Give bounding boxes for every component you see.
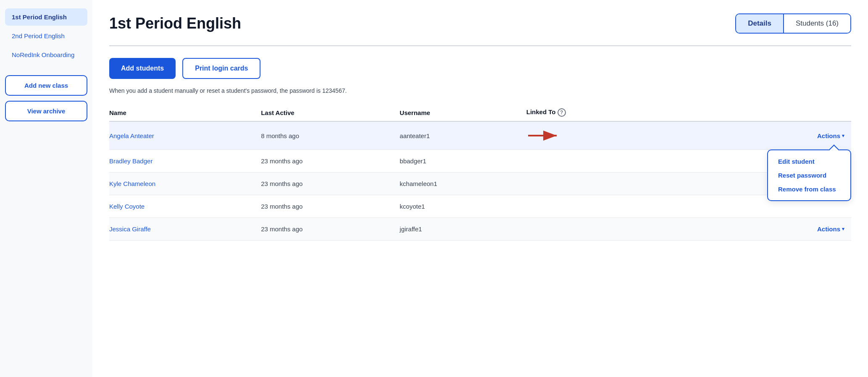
linked-to-cell	[526, 150, 659, 173]
sidebar-item-1st-period[interactable]: 1st Period English	[5, 8, 87, 26]
header-divider	[109, 45, 851, 46]
add-new-class-button[interactable]: Add new class	[5, 75, 87, 96]
chevron-down-icon: ▾	[842, 133, 844, 139]
sidebar-buttons: Add new class View archive	[5, 75, 87, 121]
add-students-button[interactable]: Add students	[109, 58, 176, 79]
table-row: Kelly Coyote 23 months ago kcoyote1	[109, 195, 851, 218]
col-username: Username	[400, 104, 526, 121]
student-name-link[interactable]: Angela Anteater	[109, 132, 154, 139]
col-last-active: Last Active	[261, 104, 400, 121]
student-name-cell: Kyle Chameleon	[109, 173, 261, 195]
actions-cell: Actions ▾ Edit student Reset password Re…	[659, 121, 851, 150]
view-archive-button[interactable]: View archive	[5, 101, 87, 121]
student-name-link[interactable]: Kelly Coyote	[109, 203, 145, 210]
actions-dropdown: Edit student Reset password Remove from …	[767, 149, 851, 201]
username-cell: kcoyote1	[400, 195, 526, 218]
actions-button-angela[interactable]: Actions ▾	[817, 132, 844, 139]
chevron-down-icon: ▾	[842, 226, 844, 232]
tab-details[interactable]: Details	[736, 14, 784, 33]
page-header: 1st Period English Details Students (16)	[109, 13, 851, 34]
student-name-cell: Bradley Badger	[109, 150, 261, 173]
actions-cell: Actions ▾	[659, 218, 851, 241]
table-header-row: Name Last Active Username Linked To ?	[109, 104, 851, 121]
student-name-cell: Jessica Giraffe	[109, 218, 261, 241]
last-active-cell: 23 months ago	[261, 150, 400, 173]
red-arrow-annotation	[526, 129, 560, 142]
tab-group: Details Students (16)	[735, 13, 851, 34]
table-row: Kyle Chameleon 23 months ago kchameleon1	[109, 173, 851, 195]
student-name-cell: Kelly Coyote	[109, 195, 261, 218]
sidebar-item-noredink[interactable]: NoRedInk Onboarding	[5, 46, 87, 63]
linked-to-cell	[526, 121, 659, 150]
main-content: 1st Period English Details Students (16)…	[92, 0, 868, 377]
tab-students[interactable]: Students (16)	[784, 14, 850, 33]
student-name-cell: Angela Anteater	[109, 121, 261, 150]
linked-to-cell	[526, 195, 659, 218]
linked-to-help-icon[interactable]: ?	[558, 108, 566, 117]
last-active-cell: 23 months ago	[261, 173, 400, 195]
col-actions	[659, 104, 851, 121]
students-table: Name Last Active Username Linked To ? An…	[109, 104, 851, 241]
linked-to-cell	[526, 173, 659, 195]
table-row: Angela Anteater 8 months ago aanteater1	[109, 121, 851, 150]
reset-password-button[interactable]: Reset password	[778, 171, 840, 180]
last-active-cell: 23 months ago	[261, 218, 400, 241]
sidebar: 1st Period English 2nd Period English No…	[0, 0, 92, 377]
info-text: When you add a student manually or reset…	[109, 87, 851, 94]
student-name-link[interactable]: Bradley Badger	[109, 157, 153, 165]
last-active-cell: 23 months ago	[261, 195, 400, 218]
username-cell: bbadger1	[400, 150, 526, 173]
table-row: Jessica Giraffe 23 months ago jgiraffe1 …	[109, 218, 851, 241]
col-name: Name	[109, 104, 261, 121]
sidebar-item-2nd-period[interactable]: 2nd Period English	[5, 27, 87, 45]
print-login-cards-button[interactable]: Print login cards	[182, 58, 260, 79]
edit-student-button[interactable]: Edit student	[778, 157, 840, 166]
student-name-link[interactable]: Kyle Chameleon	[109, 180, 155, 187]
username-cell: jgiraffe1	[400, 218, 526, 241]
username-cell: aanteater1	[400, 121, 526, 150]
remove-from-class-button[interactable]: Remove from class	[778, 185, 840, 194]
table-row: Bradley Badger 23 months ago bbadger1	[109, 150, 851, 173]
page-title: 1st Period English	[109, 15, 727, 32]
student-name-link[interactable]: Jessica Giraffe	[109, 225, 151, 233]
actions-button-jessica[interactable]: Actions ▾	[817, 225, 844, 233]
action-bar: Add students Print login cards	[109, 58, 851, 79]
last-active-cell: 8 months ago	[261, 121, 400, 150]
username-cell: kchameleon1	[400, 173, 526, 195]
linked-to-cell	[526, 218, 659, 241]
col-linked-to: Linked To ?	[526, 104, 659, 121]
